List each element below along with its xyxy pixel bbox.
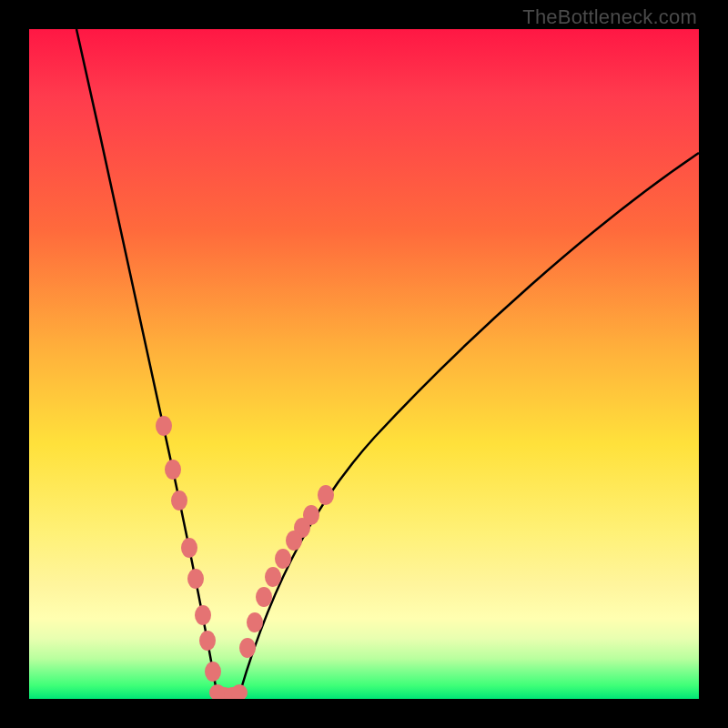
bead-right-1 (318, 485, 334, 505)
watermark-text: TheBottleneck.com (522, 5, 697, 29)
bead-right-7 (256, 587, 272, 607)
bead-right-5 (275, 549, 291, 569)
bead-right-8 (247, 612, 263, 632)
bead-left-3 (171, 490, 187, 511)
bead-right-6 (265, 567, 281, 587)
chart-svg (29, 29, 699, 699)
bead-left-6 (195, 605, 211, 625)
plot-area (29, 29, 699, 699)
curve-right (240, 153, 699, 692)
bead-right-4 (286, 531, 302, 551)
bead-left-4 (181, 538, 197, 558)
bead-right-9 (239, 638, 256, 658)
bead-bottom-4 (231, 684, 248, 699)
bead-left-7 (199, 631, 216, 651)
bead-left-1 (156, 416, 172, 436)
bead-left-8 (205, 662, 221, 682)
curve-left (76, 29, 217, 692)
chart-frame: TheBottleneck.com (0, 0, 728, 728)
bead-left-2 (165, 460, 181, 480)
bead-left-5 (187, 569, 204, 589)
